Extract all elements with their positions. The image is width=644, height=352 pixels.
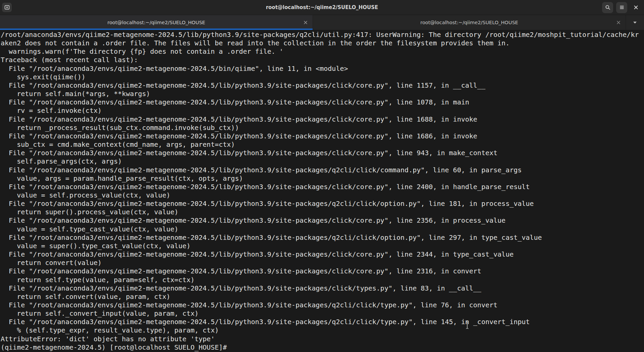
terminal-line: (qiime2-metagenome-2024.5) [root@localho… <box>1 343 644 352</box>
search-icon <box>605 5 610 10</box>
window-close-icon <box>634 5 638 10</box>
terminal-line: value = self.type_cast_value(ctx, value) <box>1 225 644 233</box>
terminal-line: warnings.warn(f'The directory {fp} does … <box>1 47 644 56</box>
tab-label: root@localhost:~/qiime2/SUELO_HOUSE <box>107 20 205 25</box>
terminal-line: File "/root/anaconda3/envs/qiime2-metage… <box>1 301 644 309</box>
tab-label: root@localhost:~/qiime2/SUELO_HOUSE <box>420 20 518 25</box>
terminal-line: return _process_result(sub_ctx.command.i… <box>1 124 644 132</box>
terminal-line: rv = self.invoke(ctx) <box>1 106 644 115</box>
menu-button[interactable] <box>616 2 627 13</box>
terminal-line: Traceback (most recent call last): <box>1 56 644 64</box>
tab-close-button[interactable] <box>302 19 309 26</box>
tab-1[interactable]: root@localhost:~/qiime2/SUELO_HOUSE <box>0 15 313 30</box>
terminal-line: return self.convert(value, param, ctx) <box>1 293 644 301</box>
hamburger-menu-icon <box>619 5 625 10</box>
terminal-line: sys.exit(qiime()) <box>1 73 644 81</box>
terminal-line: File "/root/anaconda3/envs/qiime2-metage… <box>1 81 644 90</box>
terminal-line: File "/root/anaconda3/envs/qiime2-metage… <box>1 132 644 140</box>
new-tab-button[interactable] <box>2 3 12 12</box>
terminal-line: File "/root/anaconda3/envs/qiime2-metage… <box>1 149 644 157</box>
close-icon <box>616 20 621 25</box>
terminal-line: return self.main(*args, **kwargs) <box>1 90 644 98</box>
terminal-line: return super().process_value(ctx, value) <box>1 208 644 216</box>
terminal-line: % (self.type_expr, result_value.type), p… <box>1 326 644 335</box>
terminal-line: self.parse_args(ctx, args) <box>1 157 644 166</box>
terminal-line: AttributeError: 'dict' object has no att… <box>1 335 644 343</box>
terminal-line: File "/root/anaconda3/envs/qiime2-metage… <box>1 250 644 259</box>
terminal-line: File "/root/anaconda3/envs/qiime2-metage… <box>1 166 644 174</box>
search-button[interactable] <box>602 2 613 13</box>
window-title: root@localhost:~/qiime2/SUELO_HOUSE <box>0 0 644 15</box>
terminal-line: File "/root/anaconda3/envs/qiime2-metage… <box>1 200 644 208</box>
terminal-line: value = super().type_cast_value(ctx, val… <box>1 242 644 250</box>
terminal-line: File "/root/anaconda3/envs/qiime2-metage… <box>1 267 644 275</box>
terminal-line: File "/root/anaconda3/envs/qiime2-metage… <box>1 216 644 225</box>
terminal-line: File "/root/anaconda3/envs/qiime2-metage… <box>1 183 644 191</box>
tab-bar: root@localhost:~/qiime2/SUELO_HOUSE root… <box>0 15 644 30</box>
terminal-line: /root/anaconda3/envs/qiime2-metagenome-2… <box>1 31 644 39</box>
header-bar[interactable]: root@localhost:~/qiime2/SUELO_HOUSE <box>0 0 644 15</box>
terminal-line: return self.type(value, param=self, ctx=… <box>1 276 644 284</box>
terminal-line: return convert(value) <box>1 259 644 267</box>
terminal[interactable]: /root/anaconda3/envs/qiime2-metagenome-2… <box>0 30 644 352</box>
terminal-line: File "/root/anaconda3/envs/qiime2-metage… <box>1 284 644 293</box>
tab-2[interactable]: root@localhost:~/qiime2/SUELO_HOUSE <box>313 15 626 30</box>
terminal-line: aken2 does not contain a .order file. Th… <box>1 39 644 47</box>
close-icon <box>304 20 308 25</box>
chevron-down-icon <box>633 21 637 24</box>
terminal-window: root@localhost:~/qiime2/SUELO_HOUSE <box>0 0 644 352</box>
terminal-line: File "/root/anaconda3/envs/qiime2-metage… <box>1 318 644 326</box>
terminal-line: value, args = param.handle_parse_result(… <box>1 174 644 183</box>
terminal-line: sub_ctx = cmd.make_context(cmd_name, arg… <box>1 140 644 149</box>
terminal-line: File "/root/anaconda3/envs/qiime2-metage… <box>1 115 644 124</box>
terminal-line: value = self.process_value(ctx, value) <box>1 191 644 200</box>
tabs-overflow-button[interactable] <box>626 15 644 30</box>
terminal-line: File "/root/anaconda3/envs/qiime2-metage… <box>1 98 644 106</box>
tab-close-button[interactable] <box>615 19 622 26</box>
terminal-line: return self._convert_input(value, param,… <box>1 309 644 318</box>
terminal-output: /root/anaconda3/envs/qiime2-metagenome-2… <box>1 31 644 352</box>
window-close-button[interactable] <box>630 2 641 13</box>
terminal-line: File "/root/anaconda3/envs/qiime2-metage… <box>1 233 644 242</box>
tab-new-icon <box>4 5 10 10</box>
terminal-line: File "/root/anaconda3/envs/qiime2-metage… <box>1 64 644 73</box>
